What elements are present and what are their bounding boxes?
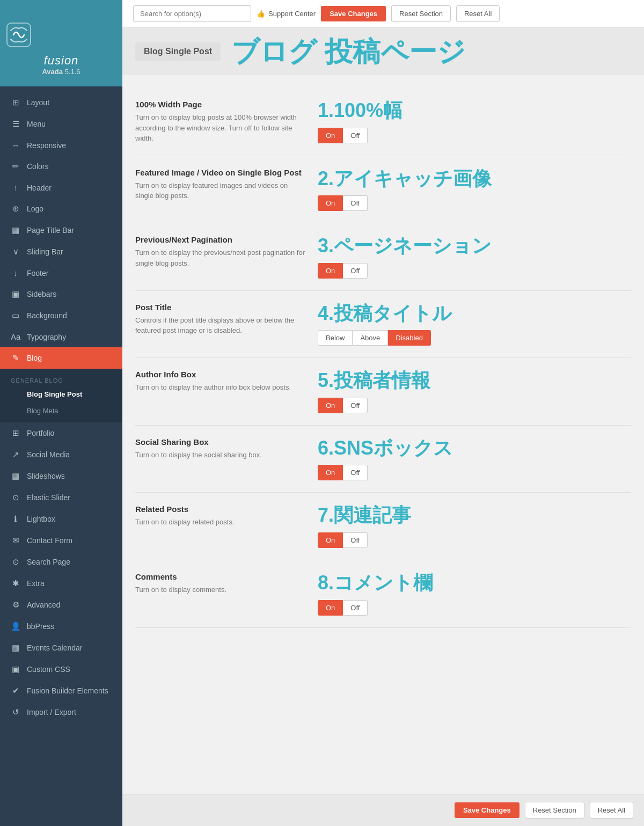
sub-nav-blog-single-post[interactable]: Blog Single Post	[0, 386, 122, 403]
sidebar-item-extra[interactable]: ✱ Extra	[0, 573, 122, 594]
custom-css-icon: ▣	[11, 664, 20, 674]
option-title: Previous/Next Pagination	[135, 235, 307, 244]
sidebar-item-menu[interactable]: ☰ Menu	[0, 113, 122, 135]
sidebar-item-colors[interactable]: ✏ Colors	[0, 156, 122, 177]
sidebar-item-bbpress[interactable]: 👤 bbPress	[0, 616, 122, 637]
sidebar-item-label: Layout	[27, 98, 49, 107]
reset-section-button[interactable]: Reset Section	[391, 5, 451, 22]
option-row-pagination: Previous/Next Pagination Turn on to disp…	[135, 223, 631, 291]
toggle-on-button[interactable]: On	[318, 128, 343, 143]
toggle-group: On Off	[318, 263, 631, 279]
toggle-off-button[interactable]: Off	[343, 128, 368, 143]
option-row-featured-image: Featured Image / Video on Single Blog Po…	[135, 156, 631, 224]
toggle-off-button[interactable]: Off	[343, 465, 368, 480]
sub-nav-blog-meta[interactable]: Blog Meta	[0, 403, 122, 419]
bottom-reset-all-button[interactable]: Reset All	[590, 802, 633, 818]
bottom-toolbar: Save Changes Reset Section Reset All	[122, 794, 644, 826]
sidebar-item-portfolio[interactable]: ⊞ Portfolio	[0, 422, 122, 444]
sidebar-item-background[interactable]: ▭ Background	[0, 305, 122, 326]
option-left: Comments Turn on to display comments.	[135, 572, 307, 595]
bottom-save-changes-button[interactable]: Save Changes	[455, 802, 519, 818]
toggle-group: On Off	[318, 465, 631, 480]
fusion-builder-icon: ✔	[11, 686, 20, 696]
sidebar-item-sliding-bar[interactable]: ∨ Sliding Bar	[0, 241, 122, 262]
option-title: Featured Image / Video on Single Blog Po…	[135, 168, 307, 177]
sidebar-item-contact-form[interactable]: ✉ Contact Form	[0, 530, 122, 551]
toggle-below-button[interactable]: Below	[318, 330, 353, 346]
toggle-on-button[interactable]: On	[318, 195, 343, 211]
option-heading: 1.100%幅	[318, 100, 631, 121]
sidebar-item-page-title-bar[interactable]: ▦ Page Title Bar	[0, 220, 122, 241]
toggle-on-button[interactable]: On	[318, 532, 343, 548]
sidebar-item-social-media[interactable]: ↗ Social Media	[0, 444, 122, 465]
reset-all-button[interactable]: Reset All	[456, 5, 500, 22]
option-title: Social Sharing Box	[135, 437, 307, 447]
sidebar-item-label: Custom CSS	[27, 665, 70, 674]
sidebar-item-sidebars[interactable]: ▣ Sidebars	[0, 283, 122, 305]
menu-icon: ☰	[11, 119, 20, 129]
sidebar-item-label: Import / Export	[27, 708, 76, 717]
advanced-icon: ⚙	[11, 600, 20, 610]
option-desc: Turn on to display related posts.	[135, 517, 307, 528]
sidebar-item-advanced[interactable]: ⚙ Advanced	[0, 594, 122, 616]
sidebar-item-footer[interactable]: ↓ Footer	[0, 262, 122, 283]
support-center-button[interactable]: 👍 Support Center	[257, 10, 316, 18]
bottom-reset-section-button[interactable]: Reset Section	[525, 802, 584, 818]
sidebar-item-typography[interactable]: Aa Typography	[0, 326, 122, 347]
toggle-off-button[interactable]: Off	[343, 195, 368, 211]
contact-form-icon: ✉	[11, 536, 20, 545]
toggle-on-button[interactable]: On	[318, 465, 343, 480]
sidebar-item-label: Page Title Bar	[27, 226, 74, 235]
toggle-off-button[interactable]: Off	[343, 398, 368, 413]
sidebar: fusion Avada 5.1.6 ⊞ Layout ☰ Menu ↔ Res…	[0, 0, 122, 826]
sidebar-item-label: Contact Form	[27, 536, 72, 545]
sidebar-item-label: Typography	[27, 333, 66, 341]
option-right: 4.投稿タイトル Below Above Disabled	[318, 303, 631, 346]
option-row-comments: Comments Turn on to display comments. 8.…	[135, 560, 631, 628]
toggle-off-button[interactable]: Off	[343, 263, 368, 279]
sidebar-item-responsive[interactable]: ↔ Responsive	[0, 135, 122, 156]
sidebar-item-custom-css[interactable]: ▣ Custom CSS	[0, 659, 122, 680]
brand-name: fusion	[0, 54, 122, 68]
toggle-group: On Off	[318, 600, 631, 616]
sidebar-item-search-page[interactable]: ⊙ Search Page	[0, 551, 122, 573]
search-input[interactable]	[133, 5, 251, 22]
sub-nav-label: General Blog	[0, 372, 122, 386]
logo-icon	[0, 16, 38, 54]
page-banner: Blog Single Post ブログ 投稿ページ	[122, 28, 644, 75]
sidebar-item-events-calendar[interactable]: ▦ Events Calendar	[0, 637, 122, 659]
lightbox-icon: ℹ	[11, 514, 20, 524]
bbpress-icon: 👤	[11, 622, 20, 631]
sidebar-item-blog[interactable]: ✎ Blog	[0, 347, 122, 369]
toggle-above-button[interactable]: Above	[353, 330, 388, 346]
option-right: 2.アイキャッチ画像 On Off	[318, 168, 631, 211]
sidebar-item-layout[interactable]: ⊞ Layout	[0, 92, 122, 113]
toggle-disabled-button[interactable]: Disabled	[388, 330, 431, 346]
option-left: Featured Image / Video on Single Blog Po…	[135, 168, 307, 201]
toggle-off-button[interactable]: Off	[343, 600, 368, 616]
save-changes-button[interactable]: Save Changes	[321, 6, 386, 21]
option-title: Author Info Box	[135, 370, 307, 379]
page-section-label: Blog Single Post	[135, 42, 221, 61]
toggle-on-button[interactable]: On	[318, 263, 343, 279]
toggle-group: On Off	[318, 128, 631, 143]
main-content: 👍 Support Center Save Changes Reset Sect…	[122, 0, 644, 826]
toggle-off-button[interactable]: Off	[343, 532, 368, 548]
sidebar-item-import-export[interactable]: ↺ Import / Export	[0, 701, 122, 723]
sidebar-item-lightbox[interactable]: ℹ Lightbox	[0, 508, 122, 530]
sidebar-item-slideshows[interactable]: ▦ Slideshows	[0, 465, 122, 487]
sidebar-item-label: Fusion Builder Elements	[27, 686, 108, 695]
sidebar-item-label: bbPress	[27, 622, 54, 631]
sidebar-item-fusion-builder[interactable]: ✔ Fusion Builder Elements	[0, 680, 122, 701]
footer-icon: ↓	[11, 268, 20, 277]
sidebar-item-label: Lightbox	[27, 515, 55, 523]
option-title: 100% Width Page	[135, 100, 307, 109]
sidebar-item-elastic-slider[interactable]: ⊙ Elastic Slider	[0, 487, 122, 508]
top-toolbar: 👍 Support Center Save Changes Reset Sect…	[122, 0, 644, 28]
sidebar-item-logo[interactable]: ⊕ Logo	[0, 198, 122, 220]
toggle-group: On Off	[318, 532, 631, 548]
toggle-on-button[interactable]: On	[318, 600, 343, 616]
sidebar-item-header[interactable]: ↑ Header	[0, 177, 122, 198]
toggle-on-button[interactable]: On	[318, 398, 343, 413]
search-page-icon: ⊙	[11, 557, 20, 567]
